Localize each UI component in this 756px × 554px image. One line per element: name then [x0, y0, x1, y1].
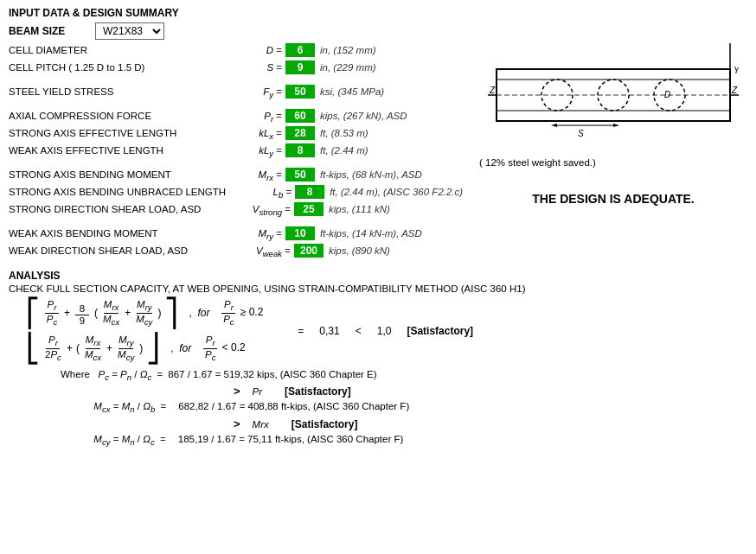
strong-bending-unit: ft-kips, (68 kN-m), ASD	[320, 169, 422, 180]
for-label-2: , for	[170, 342, 191, 354]
cell-diameter-unit: in, (152 mm)	[320, 45, 376, 55]
pr-pc-frac-1: Pr Pc	[43, 299, 61, 328]
cell-diameter-label: CELL DIAMETER	[9, 45, 216, 55]
strong-unbraced-value: 8	[295, 185, 324, 199]
strong-shear-value: 25	[294, 202, 324, 216]
beam-size-label: BEAM SIZE	[9, 25, 95, 37]
weak-axis-length-label: WEAK AXIS EFFECTIVE LENGTH	[9, 145, 216, 156]
axial-compression-formula: Pr =	[216, 111, 285, 124]
cell-pitch-label: CELL PITCH ( 1.25 D to 1.5 D)	[9, 62, 216, 73]
weak-bending-formula: Mry =	[216, 228, 285, 241]
equals-sign: =	[298, 325, 304, 337]
formula-line-1: ⎡ Pr Pc + 8 9 (	[26, 299, 263, 328]
pr-2pc-frac: Pr 2Pc	[45, 334, 61, 363]
page-title: INPUT DATA & DESIGN SUMMARY	[9, 7, 747, 19]
analysis-section: ANALYSIS CHECK FULL SECTION CAPACITY, AT…	[9, 270, 747, 447]
formula-line-2: ⎣ Pr 2Pc + ( Mrx Mcx + Mry Mcy	[26, 334, 263, 363]
strong-bending-row: STRONG AXIS BENDING MOMENT Mrx = 50 ft-k…	[9, 168, 471, 183]
mcx-mrx-var: Mrx	[253, 419, 269, 430]
weak-shear-formula: Vweak =	[216, 245, 294, 258]
cell-pitch-value: 9	[285, 60, 315, 74]
mcx-value: 682,82 / 1.67 = 408,88 ft-kips, (AISC 36…	[178, 401, 409, 411]
beam-size-select[interactable]: W21X83 W18X65 W24X94	[95, 22, 164, 40]
cell-diameter-formula: D =	[216, 45, 285, 55]
svg-marker-15	[613, 124, 619, 127]
bracket-right-1: ⎤	[164, 299, 178, 327]
strong-bending-label: STRONG AXIS BENDING MOMENT	[9, 169, 216, 180]
strong-bending-value: 50	[285, 168, 315, 181]
mcy-label: Mcy = Mn / Ωc =	[61, 434, 166, 447]
right-panel: Z Z Y D S	[471, 43, 747, 261]
formula-result-block: ⎡ Pr Pc + 8 9 (	[26, 299, 747, 362]
weak-axis-length-unit: ft, (2.44 m)	[320, 145, 368, 156]
percent-saved-note: ( 12% steel weight saved.)	[479, 157, 596, 168]
open-paren-1: (	[94, 307, 98, 319]
strong-unbraced-label: STRONG AXIS BENDING UNBRACED LENGTH	[9, 187, 226, 197]
strong-shear-row: STRONG DIRECTION SHEAR LOAD, ASD Vstrong…	[9, 202, 471, 218]
mcx-where-row: Mcx = Mn / Ωb = 682,82 / 1.67 = 408,88 f…	[61, 401, 747, 414]
strong-unbraced-row: STRONG AXIS BENDING UNBRACED LENGTH Lb =…	[9, 185, 471, 201]
cell-diameter-value: 6	[285, 43, 315, 57]
strong-axis-length-formula: kLx =	[216, 128, 285, 141]
bracket-right-2: ⎦	[146, 334, 160, 362]
cell-pitch-formula: S =	[216, 62, 285, 73]
weak-shear-label: WEAK DIRECTION SHEAR LOAD, ASD	[9, 245, 216, 256]
weak-axis-length-value: 8	[285, 143, 315, 157]
strong-shear-formula: Vstrong =	[216, 204, 294, 217]
plus-sign-3: +	[67, 342, 73, 354]
formulas-container: ⎡ Pr Pc + 8 9 (	[26, 299, 263, 362]
pr-pc-cond-1: Pr Pc ≥ 0.2	[220, 299, 263, 328]
weak-shear-row: WEAK DIRECTION SHEAR LOAD, ASD Vweak = 2…	[9, 244, 471, 259]
steel-yield-unit: ksi, (345 MPa)	[320, 86, 384, 97]
plus-sign-1: +	[64, 307, 70, 319]
result-satisfactory: [Satisfactory]	[407, 325, 473, 337]
pc-value: 867 / 1.67 = 519,32 kips, (AISC 360 Chap…	[168, 369, 376, 379]
mrx-mcx-frac-2: Mrx Mcx	[85, 334, 101, 363]
axial-compression-value: 60	[285, 109, 315, 123]
cell-pitch-row: CELL PITCH ( 1.25 D to 1.5 D) S = 9 in, …	[9, 60, 471, 76]
axial-compression-row: AXIAL COMPRESSION FORCE Pr = 60 kips, (2…	[9, 109, 471, 124]
adequate-text: THE DESIGN IS ADEQUATE.	[532, 192, 694, 206]
input-section: CELL DIAMETER D = 6 in, (152 mm) CELL PI…	[9, 43, 747, 261]
result-container: = 0,31 < 1,0 [Satisfactory]	[298, 325, 473, 337]
bracket-left-1: ⎡	[26, 299, 40, 327]
result-line: = 0,31 < 1,0 [Satisfactory]	[298, 325, 473, 337]
mcx-label: Mcx = Mn / Ωb =	[61, 401, 166, 414]
where-section: Where Pc = Pn / Ωc = 867 / 1.67 = 519,32…	[61, 369, 747, 447]
mcy-where-row: Mcy = Mn / Ωc = 185,19 / 1.67 = 75,11 ft…	[61, 434, 747, 447]
mcx-gt-symbol: >	[234, 417, 240, 430]
pc-where-row: Where Pc = Pn / Ωc = 867 / 1.67 = 519,32…	[61, 369, 747, 382]
steel-yield-row: STEEL YIELD STRESS Fy = 50 ksi, (345 MPa…	[9, 85, 471, 100]
svg-text:S: S	[578, 129, 584, 138]
left-panel: CELL DIAMETER D = 6 in, (152 mm) CELL PI…	[9, 43, 471, 261]
pc-gt-row: > Pr [Satisfactory]	[78, 385, 747, 398]
pc-gt-symbol: >	[234, 385, 240, 398]
weak-shear-value: 200	[294, 244, 324, 258]
mry-mcy-frac: Mry Mcy	[136, 299, 152, 328]
strong-unbraced-formula: Lb =	[226, 187, 295, 200]
less-than-sign: <	[356, 325, 362, 337]
close-paren-2: )	[139, 342, 143, 354]
beam-diagram: Z Z Y D S	[488, 43, 739, 156]
mcx-gt-row: > Mrx [Satisfactory]	[78, 417, 747, 430]
pr-pc-cond-2: Pr Pc < 0.2	[202, 334, 245, 363]
result-value: 0,31	[319, 325, 339, 337]
svg-text:D: D	[664, 90, 670, 99]
strong-axis-length-value: 28	[285, 126, 315, 140]
strong-axis-length-label: STRONG AXIS EFFECTIVE LENGTH	[9, 128, 216, 138]
strong-shear-unit: kips, (111 kN)	[329, 204, 390, 214]
svg-text:Y: Y	[734, 66, 739, 75]
beam-size-row: BEAM SIZE W21X83 W18X65 W24X94	[9, 22, 747, 40]
strong-unbraced-unit: ft, (2.44 m), (AISC 360 F2.2.c)	[330, 187, 463, 197]
close-paren-1: )	[157, 307, 161, 319]
cell-diameter-row: CELL DIAMETER D = 6 in, (152 mm)	[9, 43, 471, 59]
weak-bending-label: WEAK AXIS BENDING MOMENT	[9, 228, 216, 239]
strong-axis-length-unit: ft, (8.53 m)	[320, 128, 368, 138]
plus-sign-2: +	[125, 307, 131, 319]
pc-satisfactory: [Satisfactory]	[285, 385, 351, 398]
steel-yield-formula: Fy =	[216, 86, 285, 99]
weak-axis-length-row: WEAK AXIS EFFECTIVE LENGTH kLy = 8 ft, (…	[9, 143, 471, 159]
svg-marker-14	[551, 124, 557, 127]
mcy-value: 185,19 / 1.67 = 75,11 ft-kips, (AISC 360…	[178, 434, 404, 444]
plus-sign-4: +	[106, 342, 112, 354]
